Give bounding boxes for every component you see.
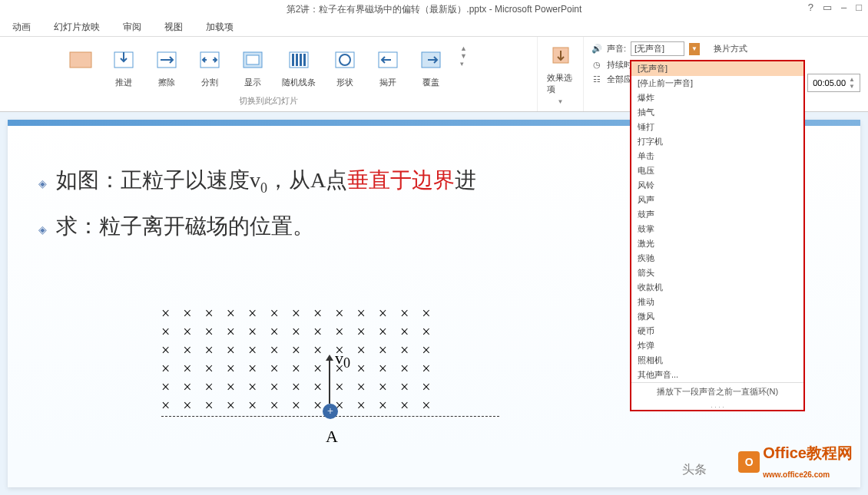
sound-label: 声音: — [607, 43, 626, 54]
transition-shape[interactable]: 形状 — [328, 45, 362, 90]
sound-dropdown-menu: [无声音][停止前一声音]爆炸抽气锤打打字机单击电压风铃风声鼓声鼓掌激光疾驰箭头… — [630, 60, 805, 411]
shape-label: 形状 — [336, 77, 353, 88]
sound-option[interactable]: 其他声音... — [631, 368, 803, 382]
menu-view[interactable]: 视图 — [160, 19, 187, 35]
svg-rect-9 — [300, 54, 302, 66]
reveal-icon — [239, 46, 267, 74]
ribbon-toggle-icon[interactable]: ▭ — [823, 2, 832, 13]
help-icon[interactable]: ? — [808, 2, 813, 13]
svg-rect-8 — [296, 54, 298, 66]
sound-option[interactable]: [无声音] — [631, 61, 803, 76]
uncover-label: 揭开 — [379, 77, 396, 88]
menu-animation[interactable]: 动画 — [8, 19, 35, 35]
wipe-label: 擦除 — [158, 77, 175, 88]
wipe-icon — [153, 46, 181, 74]
toutiao-watermark: 头条 — [682, 462, 707, 478]
point-a-label: A — [326, 427, 338, 447]
sound-option[interactable]: 抽气 — [631, 105, 803, 120]
sound-option[interactable]: 打字机 — [631, 134, 803, 149]
sound-option[interactable]: 单击 — [631, 149, 803, 163]
random-bars-icon — [285, 46, 313, 74]
maximize-icon[interactable]: □ — [856, 2, 862, 13]
duration-label: 持续时 — [607, 59, 632, 71]
gallery-scroll[interactable]: ▲▼▾ — [457, 45, 470, 68]
sound-option[interactable]: 微风 — [631, 309, 803, 324]
uncover-icon — [374, 46, 402, 74]
velocity-label: v0 — [335, 348, 350, 371]
transition-cover[interactable]: 覆盖 — [414, 45, 448, 90]
title-bar: 第2讲：粒子在有界磁场中的偏转（最新版）.pptx - Microsoft Po… — [0, 0, 868, 18]
duration-value: 00:05.00 — [813, 78, 846, 87]
sound-option[interactable]: 锤打 — [631, 120, 803, 134]
bullet-icon: ◈ — [38, 177, 47, 190]
sound-option[interactable]: [停止前一声音] — [631, 76, 803, 91]
sound-loop-option[interactable]: 播放下一段声音之前一直循环(N) — [631, 382, 803, 401]
minimize-icon[interactable]: – — [841, 2, 846, 13]
sound-value: [无声音] — [634, 43, 664, 54]
sound-dropdown-arrow[interactable]: ▼ — [689, 43, 700, 55]
window-title: 第2讲：粒子在有界磁场中的偏转（最新版）.pptx - Microsoft Po… — [287, 3, 582, 16]
sound-option[interactable]: 风铃 — [631, 178, 803, 193]
split-icon — [196, 46, 224, 74]
group-label-transitions: 切换到此幻灯片 — [239, 94, 298, 108]
effect-options-button[interactable]: 效果选项 ▼ — [544, 40, 578, 107]
effect-options-label: 效果选项 — [547, 72, 575, 95]
sound-option[interactable]: 鼓掌 — [631, 222, 803, 236]
apply-all-label[interactable]: 全部应 — [607, 74, 632, 85]
sound-option[interactable]: 照相机 — [631, 353, 803, 368]
svg-point-12 — [340, 54, 350, 65]
menu-addins[interactable]: 加载项 — [201, 19, 238, 35]
cover-icon — [417, 46, 445, 74]
menu-bar: 动画 幻灯片放映 审阅 视图 加载项 — [0, 18, 868, 37]
reveal-label: 显示 — [244, 77, 261, 88]
advance-label: 换片方式 — [714, 43, 747, 54]
menu-review[interactable]: 审阅 — [118, 19, 146, 35]
magnetic-field-diagram[interactable]: × × × × × × × × × × × × × × × × × × × × … — [161, 304, 499, 417]
cover-label: 覆盖 — [422, 77, 439, 88]
split-label: 分割 — [201, 77, 218, 88]
sound-option[interactable]: 爆炸 — [631, 91, 803, 105]
resize-handle[interactable]: . . . . — [631, 401, 803, 410]
random-bars-label: 随机线条 — [282, 77, 316, 88]
spinner-icon[interactable]: ▲▼ — [849, 76, 855, 90]
clock-icon: ◷ — [591, 60, 602, 71]
sound-option[interactable]: 推动 — [631, 295, 803, 309]
svg-rect-10 — [303, 54, 306, 66]
svg-rect-5 — [247, 55, 259, 64]
transition-preview[interactable] — [64, 45, 98, 87]
velocity-arrow — [329, 358, 330, 404]
svg-rect-0 — [70, 52, 91, 68]
duration-input[interactable]: 00:05.00 ▲▼ — [807, 74, 860, 92]
brand-watermark: O Office教程网 www.office26.com — [738, 443, 853, 481]
transition-wipe[interactable]: 擦除 — [150, 45, 184, 90]
point-a-marker: + — [323, 404, 338, 419]
sound-option[interactable]: 炸弹 — [631, 338, 803, 353]
transition-push[interactable]: 推进 — [107, 45, 141, 90]
sound-select[interactable]: [无声音] — [631, 41, 684, 56]
svg-rect-7 — [292, 54, 294, 66]
sound-option[interactable]: 箭头 — [631, 266, 803, 280]
shape-icon — [331, 46, 359, 74]
sound-option[interactable]: 风声 — [631, 193, 803, 207]
menu-slideshow[interactable]: 幻灯片放映 — [49, 19, 104, 35]
arrow-head-icon — [326, 355, 333, 361]
sound-option[interactable]: 鼓声 — [631, 207, 803, 222]
preview-icon — [67, 46, 94, 74]
effect-options-icon — [547, 41, 575, 69]
apply-all-icon: ☷ — [591, 74, 602, 85]
transition-split[interactable]: 分割 — [193, 45, 227, 90]
push-icon — [110, 46, 137, 74]
transition-uncover[interactable]: 揭开 — [371, 45, 405, 90]
push-label: 推进 — [115, 77, 132, 88]
sound-option[interactable]: 疾驰 — [631, 251, 803, 266]
speaker-icon: 🔊 — [591, 44, 602, 54]
transition-random-bars[interactable]: 随机线条 — [279, 45, 319, 90]
window-controls: ? ▭ – □ — [808, 2, 862, 13]
sound-option[interactable]: 硬币 — [631, 324, 803, 338]
sound-option[interactable]: 电压 — [631, 163, 803, 178]
bullet-icon: ◈ — [38, 223, 47, 236]
sound-option[interactable]: 收款机 — [631, 280, 803, 295]
transition-reveal[interactable]: 显示 — [236, 45, 270, 90]
chevron-down-icon: ▼ — [558, 98, 564, 105]
sound-option[interactable]: 激光 — [631, 236, 803, 251]
